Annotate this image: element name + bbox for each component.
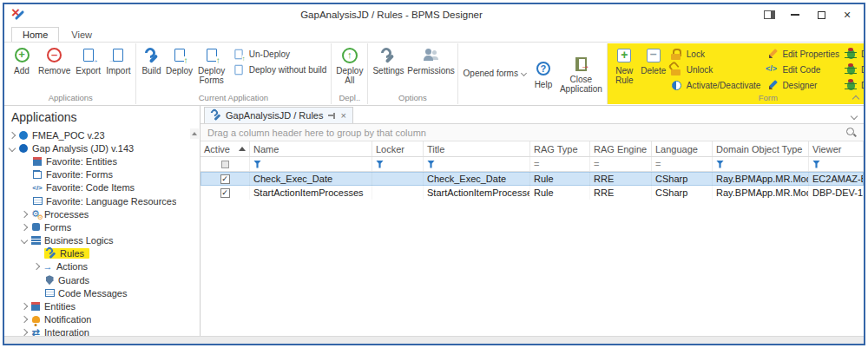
tree-item-fmea-poc[interactable]: FMEA_POC v.23: [4, 128, 200, 141]
chevron-right-icon[interactable]: [21, 303, 28, 310]
chevron-right-icon[interactable]: [21, 224, 28, 231]
chevron-right-icon[interactable]: [21, 210, 28, 217]
search-icon[interactable]: [845, 127, 857, 138]
permissions-button[interactable]: Permissions: [407, 43, 456, 76]
filter-rag-engine[interactable]: =: [590, 157, 652, 171]
debug-selected-icon: [847, 65, 855, 75]
settings-button[interactable]: Settings: [370, 43, 406, 76]
help-icon: [536, 62, 550, 76]
document-tab-strip: GapAnalysisJD / Rules: [201, 106, 864, 124]
chevron-right-icon[interactable]: [9, 131, 16, 138]
cell-language: CSharp: [652, 186, 713, 200]
tree-item-forms[interactable]: Forms: [4, 220, 200, 233]
permissions-label: Permissions: [407, 66, 454, 76]
tree-item-integration[interactable]: Integration: [4, 326, 200, 336]
tree-item-entities[interactable]: Entities: [4, 299, 200, 312]
debug-selected-button[interactable]: Debug Selected: [845, 63, 865, 76]
maximize-button[interactable]: [808, 6, 834, 23]
column-header-language[interactable]: Language: [652, 141, 713, 156]
debug-all-button[interactable]: Debug All: [845, 48, 865, 60]
tree-item-favorite-forms[interactable]: Favorite: Forms: [4, 168, 200, 181]
filter-domain-object-type[interactable]: [713, 157, 809, 171]
ribbon-group-options: Settings Permissions Options: [368, 43, 457, 104]
close-tab-icon[interactable]: [341, 110, 346, 121]
deploy-without-build-button[interactable]: Deploy without build: [233, 63, 327, 76]
filter-viewer[interactable]: [809, 157, 864, 171]
deploy-button[interactable]: Deploy: [166, 43, 194, 76]
close-application-button[interactable]: Close Application: [557, 52, 605, 94]
delete-button[interactable]: Delete: [640, 43, 667, 76]
column-header-locker[interactable]: Locker: [372, 141, 424, 156]
active-checkbox[interactable]: [220, 188, 230, 198]
column-label: Name: [253, 144, 279, 154]
close-window-button[interactable]: ×: [834, 6, 860, 23]
tab-list-dropdown-icon[interactable]: [851, 113, 858, 120]
document-tab-rules[interactable]: GapAnalysisJD / Rules: [204, 107, 353, 123]
tree-item-guards[interactable]: Guards: [4, 273, 200, 286]
opened-forms-dropdown[interactable]: Opened forms: [460, 69, 529, 78]
tree-item-favorite-entities[interactable]: Favorite: Entities: [4, 154, 200, 167]
tree-item-rules[interactable]: Rules: [4, 247, 200, 260]
tree-item-notification[interactable]: Notification: [4, 313, 200, 326]
deploy-all-button[interactable]: Deploy All: [333, 43, 365, 85]
table-row[interactable]: StartActionItemProcesses StartActionItem…: [201, 186, 864, 200]
chevron-right-icon[interactable]: [21, 316, 28, 323]
activate-deactivate-button[interactable]: Activate/Deactivate: [670, 79, 761, 91]
help-button[interactable]: Help: [529, 57, 557, 89]
chevron-right-icon[interactable]: [21, 329, 28, 336]
application-icon: [19, 131, 28, 140]
chevron-down-icon[interactable]: [21, 237, 28, 244]
column-header-name[interactable]: Name: [250, 141, 372, 156]
chevron-down-icon[interactable]: [9, 145, 16, 152]
dock-panel-button[interactable]: [756, 6, 782, 23]
tree-scrollbar[interactable]: [190, 128, 199, 139]
pin-icon[interactable]: [328, 112, 337, 120]
tab-view[interactable]: View: [61, 28, 102, 42]
edit-properties-button[interactable]: Edit Properties: [766, 48, 839, 60]
filter-language[interactable]: =: [652, 157, 713, 171]
group-by-panel[interactable]: Drag a column header here to group by th…: [201, 124, 864, 141]
column-header-rag-type[interactable]: RAG Type: [530, 141, 590, 156]
filter-title[interactable]: [424, 157, 530, 171]
debug-activated-button[interactable]: Debug Activated: [845, 79, 865, 91]
lock-button[interactable]: Lock: [670, 48, 761, 60]
tree-item-code-messages[interactable]: Code Messages: [4, 286, 200, 299]
column-header-rag-engine[interactable]: RAG Engine: [590, 141, 652, 156]
tree-item-favorite-code-items[interactable]: Favorite: Code Items: [4, 181, 200, 194]
tree-item-processes[interactable]: Processes: [4, 207, 200, 220]
minimize-button[interactable]: [782, 6, 808, 23]
exit-door-icon: [575, 57, 587, 71]
group-by-hint: Drag a column header here to group by th…: [207, 128, 426, 138]
unlock-button[interactable]: Unlock: [670, 63, 761, 76]
import-button[interactable]: Import: [103, 43, 133, 76]
tab-home[interactable]: Home: [11, 27, 59, 43]
remove-button[interactable]: Remove: [36, 43, 73, 76]
undeploy-button[interactable]: Un-Deploy: [233, 48, 327, 60]
delete-icon: [647, 49, 661, 62]
column-header-domain-object-type[interactable]: Domain Object Type: [713, 141, 809, 156]
tree-item-favorite-language-resources[interactable]: Favorite: Language Resources: [4, 194, 200, 207]
filter-name[interactable]: [250, 157, 372, 171]
column-label: RAG Type: [534, 144, 578, 154]
new-rule-button[interactable]: New Rule: [609, 43, 640, 85]
edit-code-button[interactable]: Edit Code: [766, 63, 839, 76]
column-header-active[interactable]: Active: [201, 141, 250, 156]
export-button[interactable]: Export: [73, 43, 103, 76]
table-row[interactable]: Check_Exec_Date Check_Exec_Date Rule RRE…: [201, 172, 864, 186]
build-button[interactable]: Build: [138, 43, 166, 76]
column-header-title[interactable]: Title: [424, 141, 530, 156]
tree-item-business-logics[interactable]: Business Logics: [4, 234, 200, 247]
add-button[interactable]: Add: [8, 43, 36, 76]
filter-locker[interactable]: [372, 157, 424, 171]
designer-button[interactable]: Designer: [766, 79, 839, 91]
edit-properties-icon: [766, 49, 778, 60]
column-header-viewer[interactable]: Viewer: [809, 141, 864, 156]
active-checkbox[interactable]: [220, 174, 230, 184]
tree-item-gap-analysis[interactable]: Gap Analysis (JD) v.143: [4, 141, 200, 154]
chevron-right-icon[interactable]: [33, 263, 40, 270]
deploy-forms-button[interactable]: Deploy Forms: [194, 43, 230, 85]
filter-active[interactable]: [201, 157, 250, 171]
filter-rag-type[interactable]: =: [530, 157, 590, 171]
tree-item-actions[interactable]: Actions: [4, 260, 200, 273]
debug-activated-icon: [847, 81, 855, 90]
